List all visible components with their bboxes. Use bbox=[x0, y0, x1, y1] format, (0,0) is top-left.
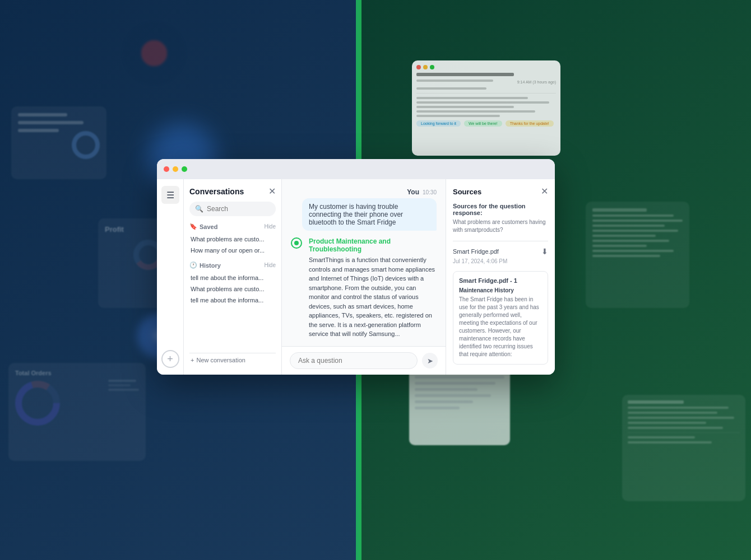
titlebar-close-btn[interactable] bbox=[164, 166, 169, 172]
history-item-1[interactable]: tell me about the informa... bbox=[189, 272, 276, 283]
svg-point-6 bbox=[294, 241, 299, 245]
user-message-bubble: My customer is having trouble connecting… bbox=[302, 198, 437, 231]
sidebar-add-btn[interactable]: + bbox=[161, 350, 179, 368]
history-section-title: 🕐 History bbox=[189, 262, 221, 269]
bg-doc-widget bbox=[586, 202, 689, 308]
ai-message-content: Product Maintenance and Troubleshooting … bbox=[309, 237, 437, 339]
conversations-panel: Conversations ✕ 🔍 🔖 Saved Hide What prob… bbox=[184, 179, 282, 375]
history-item-2[interactable]: What problems are custo... bbox=[189, 283, 276, 295]
message-timestamp: 10:30 bbox=[423, 189, 437, 195]
saved-section-title: 🔖 Saved bbox=[189, 223, 217, 230]
source-file-name: Smart Fridge.pdf bbox=[453, 248, 499, 255]
user-message: You 10:30 My customer is having trouble … bbox=[291, 188, 437, 231]
history-section-header: 🕐 History Hide bbox=[189, 262, 276, 269]
search-input[interactable] bbox=[207, 205, 270, 213]
sources-question-text: What problems are customers having with … bbox=[453, 218, 548, 234]
source-card: Smart Fridge.pdf - 1 Maintenance History… bbox=[453, 271, 548, 365]
new-conv-label: New conversation bbox=[196, 357, 245, 363]
saved-item-1[interactable]: What problems are custo... bbox=[189, 234, 276, 245]
history-hide-btn[interactable]: Hide bbox=[264, 262, 276, 268]
history-icon: 🕐 bbox=[189, 262, 197, 269]
bg-chat-widget bbox=[409, 364, 510, 445]
saved-hide-btn[interactable]: Hide bbox=[264, 223, 276, 230]
ai-avatar bbox=[291, 237, 302, 249]
sources-header: Sources ✕ bbox=[453, 187, 548, 196]
conversations-close-btn[interactable]: ✕ bbox=[268, 187, 276, 196]
new-conversation-btn[interactable]: + New conversation bbox=[189, 353, 276, 367]
app-sidebar: ☰ + bbox=[157, 179, 184, 375]
new-conv-plus-icon: + bbox=[191, 357, 194, 363]
window-titlebar bbox=[157, 159, 555, 179]
chat-area: You 10:30 My customer is having trouble … bbox=[282, 179, 446, 375]
ai-message: Product Maintenance and Troubleshooting … bbox=[291, 237, 437, 339]
source-card-subtitle: Maintenance History bbox=[459, 287, 542, 293]
ai-message-inner: Product Maintenance and Troubleshooting … bbox=[291, 237, 437, 339]
menu-icon: ☰ bbox=[166, 190, 174, 200]
send-button[interactable]: ➤ bbox=[422, 353, 438, 368]
send-icon: ➤ bbox=[427, 357, 433, 365]
saved-item-2[interactable]: How many of our open or... bbox=[189, 245, 276, 256]
ai-message-title: Product Maintenance and Troubleshooting bbox=[309, 237, 437, 253]
sidebar-menu-icon[interactable]: ☰ bbox=[161, 186, 179, 204]
conversations-title: Conversations bbox=[189, 187, 244, 196]
titlebar-minimize-btn[interactable] bbox=[173, 166, 178, 172]
ai-message-text: SmartThings is a function that convenien… bbox=[309, 255, 437, 339]
source-file-date: Jul 17, 2024, 4:06 PM bbox=[453, 258, 548, 264]
bg-email-widget: 9:14 AM (3 hours ago) Looking forward to… bbox=[412, 60, 560, 156]
profit-label: Profit bbox=[105, 225, 124, 234]
main-chat-window: ☰ + Conversations ✕ 🔍 🔖 Saved bbox=[157, 159, 555, 375]
sources-panel: Sources ✕ Sources for the question respo… bbox=[446, 179, 555, 375]
conversations-header: Conversations ✕ bbox=[189, 187, 276, 196]
chat-messages: You 10:30 My customer is having trouble … bbox=[282, 179, 446, 346]
source-card-text: The Smart Fridge has been in use for the… bbox=[459, 296, 542, 358]
sources-close-btn[interactable]: ✕ bbox=[541, 187, 548, 196]
search-box[interactable]: 🔍 bbox=[189, 202, 276, 216]
source-file-row: Smart Fridge.pdf ⬇ bbox=[453, 247, 548, 256]
sources-title: Sources bbox=[453, 188, 481, 196]
saved-section-header: 🔖 Saved Hide bbox=[189, 223, 276, 230]
download-icon[interactable]: ⬇ bbox=[541, 247, 548, 256]
sources-divider bbox=[453, 241, 548, 241]
chat-input-area: ➤ bbox=[282, 346, 446, 375]
bg-donut-widget bbox=[123, 22, 185, 84]
search-icon: 🔍 bbox=[195, 205, 203, 213]
chat-input[interactable] bbox=[290, 352, 418, 369]
titlebar-maximize-btn[interactable] bbox=[182, 166, 187, 172]
bg-dashboard-widget bbox=[11, 106, 106, 179]
total-orders-label: Total Orders bbox=[15, 370, 139, 376]
source-card-title: Smart Fridge.pdf - 1 bbox=[459, 277, 542, 284]
sources-question-label: Sources for the question response: bbox=[453, 203, 548, 216]
add-icon: + bbox=[167, 353, 173, 365]
bg-total-orders-widget: Total Orders bbox=[8, 363, 146, 461]
history-item-3[interactable]: tell me about the informa... bbox=[189, 295, 276, 306]
window-content: ☰ + Conversations ✕ 🔍 🔖 Saved bbox=[157, 179, 555, 375]
user-name: You bbox=[407, 188, 419, 196]
user-message-header: You 10:30 bbox=[407, 188, 437, 196]
bg-email2-widget bbox=[622, 395, 745, 501]
bookmark-icon: 🔖 bbox=[189, 223, 197, 230]
